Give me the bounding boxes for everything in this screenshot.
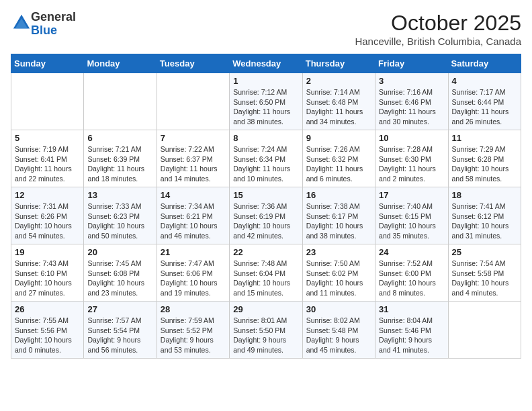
calendar-cell: 30Sunrise: 8:02 AM Sunset: 5:48 PM Dayli… xyxy=(302,302,375,359)
day-info: Sunrise: 7:38 AM Sunset: 6:17 PM Dayligh… xyxy=(306,201,371,241)
calendar-cell: 11Sunrise: 7:29 AM Sunset: 6:28 PM Dayli… xyxy=(448,130,521,187)
day-number: 3 xyxy=(379,76,444,86)
calendar-table: SundayMondayTuesdayWednesdayThursdayFrid… xyxy=(11,54,521,359)
day-info: Sunrise: 7:34 AM Sunset: 6:21 PM Dayligh… xyxy=(161,201,226,241)
day-number: 31 xyxy=(379,304,444,314)
day-number: 12 xyxy=(15,190,80,200)
day-info: Sunrise: 7:33 AM Sunset: 6:23 PM Dayligh… xyxy=(87,201,152,241)
day-info: Sunrise: 7:48 AM Sunset: 6:04 PM Dayligh… xyxy=(233,259,298,298)
calendar-cell: 23Sunrise: 7:50 AM Sunset: 6:02 PM Dayli… xyxy=(302,244,375,302)
calendar-cell xyxy=(84,73,157,130)
day-info: Sunrise: 7:57 AM Sunset: 5:54 PM Dayligh… xyxy=(87,316,152,355)
day-number: 14 xyxy=(161,190,226,200)
logo-icon xyxy=(12,13,31,32)
calendar-cell: 24Sunrise: 7:52 AM Sunset: 6:00 PM Dayli… xyxy=(375,244,448,302)
day-number: 24 xyxy=(379,247,444,257)
day-number: 1 xyxy=(233,76,298,86)
calendar-cell: 25Sunrise: 7:54 AM Sunset: 5:58 PM Dayli… xyxy=(448,244,521,302)
day-number: 27 xyxy=(87,304,152,314)
calendar-cell: 26Sunrise: 7:55 AM Sunset: 5:56 PM Dayli… xyxy=(11,302,84,359)
day-info: Sunrise: 7:47 AM Sunset: 6:06 PM Dayligh… xyxy=(161,259,226,298)
day-info: Sunrise: 7:41 AM Sunset: 6:12 PM Dayligh… xyxy=(452,201,517,241)
day-number: 8 xyxy=(233,133,298,143)
day-info: Sunrise: 7:24 AM Sunset: 6:34 PM Dayligh… xyxy=(233,144,298,184)
calendar-cell: 21Sunrise: 7:47 AM Sunset: 6:06 PM Dayli… xyxy=(157,244,229,302)
header: General Blue October 2025 Hanceville, Br… xyxy=(11,11,521,47)
day-number: 6 xyxy=(87,133,152,143)
day-info: Sunrise: 7:29 AM Sunset: 6:28 PM Dayligh… xyxy=(452,144,517,184)
day-number: 23 xyxy=(306,247,371,257)
calendar-header: SundayMondayTuesdayWednesdayThursdayFrid… xyxy=(11,54,521,73)
day-number: 29 xyxy=(233,304,298,314)
calendar-cell: 2Sunrise: 7:14 AM Sunset: 6:48 PM Daylig… xyxy=(302,73,375,130)
day-number: 7 xyxy=(161,133,226,143)
logo: General Blue xyxy=(11,11,76,38)
header-day-tuesday: Tuesday xyxy=(157,54,229,73)
calendar-cell: 27Sunrise: 7:57 AM Sunset: 5:54 PM Dayli… xyxy=(84,302,157,359)
calendar-cell: 28Sunrise: 7:59 AM Sunset: 5:52 PM Dayli… xyxy=(157,302,229,359)
calendar-cell: 3Sunrise: 7:16 AM Sunset: 6:46 PM Daylig… xyxy=(375,73,448,130)
day-number: 16 xyxy=(306,190,371,200)
calendar-cell: 9Sunrise: 7:26 AM Sunset: 6:32 PM Daylig… xyxy=(302,130,375,187)
calendar-cell: 8Sunrise: 7:24 AM Sunset: 6:34 PM Daylig… xyxy=(230,130,302,187)
calendar-week-0: 1Sunrise: 7:12 AM Sunset: 6:50 PM Daylig… xyxy=(11,73,521,130)
day-info: Sunrise: 7:36 AM Sunset: 6:19 PM Dayligh… xyxy=(233,201,298,241)
title-area: October 2025 Hanceville, British Columbi… xyxy=(355,11,521,47)
day-info: Sunrise: 7:22 AM Sunset: 6:37 PM Dayligh… xyxy=(161,144,226,184)
day-number: 17 xyxy=(379,190,444,200)
day-number: 22 xyxy=(233,247,298,257)
calendar-cell: 19Sunrise: 7:43 AM Sunset: 6:10 PM Dayli… xyxy=(11,244,84,302)
day-number: 2 xyxy=(306,76,371,86)
calendar-cell xyxy=(448,302,521,359)
header-day-friday: Friday xyxy=(375,54,448,73)
day-info: Sunrise: 7:59 AM Sunset: 5:52 PM Dayligh… xyxy=(161,316,226,355)
calendar-cell: 17Sunrise: 7:40 AM Sunset: 6:15 PM Dayli… xyxy=(375,187,448,244)
day-info: Sunrise: 7:52 AM Sunset: 6:00 PM Dayligh… xyxy=(379,259,444,298)
day-number: 26 xyxy=(15,304,80,314)
day-info: Sunrise: 7:43 AM Sunset: 6:10 PM Dayligh… xyxy=(15,259,80,298)
day-number: 10 xyxy=(379,133,444,143)
logo-blue-text: Blue xyxy=(31,24,57,37)
calendar-cell: 4Sunrise: 7:17 AM Sunset: 6:44 PM Daylig… xyxy=(448,73,521,130)
day-number: 9 xyxy=(306,133,371,143)
day-number: 4 xyxy=(452,76,517,86)
header-day-monday: Monday xyxy=(84,54,157,73)
header-day-sunday: Sunday xyxy=(11,54,84,73)
day-info: Sunrise: 7:14 AM Sunset: 6:48 PM Dayligh… xyxy=(306,87,371,127)
day-info: Sunrise: 7:54 AM Sunset: 5:58 PM Dayligh… xyxy=(452,259,517,298)
day-info: Sunrise: 7:45 AM Sunset: 6:08 PM Dayligh… xyxy=(87,259,152,298)
header-day-wednesday: Wednesday xyxy=(230,54,302,73)
calendar-week-3: 19Sunrise: 7:43 AM Sunset: 6:10 PM Dayli… xyxy=(11,244,521,302)
calendar-week-2: 12Sunrise: 7:31 AM Sunset: 6:26 PM Dayli… xyxy=(11,187,521,244)
day-info: Sunrise: 8:04 AM Sunset: 5:46 PM Dayligh… xyxy=(379,316,444,355)
logo-general-text: General xyxy=(31,10,76,24)
calendar-cell xyxy=(11,73,84,130)
day-info: Sunrise: 7:28 AM Sunset: 6:30 PM Dayligh… xyxy=(379,144,444,184)
day-info: Sunrise: 7:26 AM Sunset: 6:32 PM Dayligh… xyxy=(306,144,371,184)
header-row: SundayMondayTuesdayWednesdayThursdayFrid… xyxy=(11,54,521,73)
day-number: 13 xyxy=(87,190,152,200)
location-title: Hanceville, British Columbia, Canada xyxy=(355,36,521,47)
day-info: Sunrise: 7:40 AM Sunset: 6:15 PM Dayligh… xyxy=(379,201,444,241)
calendar-cell: 1Sunrise: 7:12 AM Sunset: 6:50 PM Daylig… xyxy=(230,73,302,130)
day-number: 11 xyxy=(452,133,517,143)
day-number: 15 xyxy=(233,190,298,200)
day-number: 28 xyxy=(161,304,226,314)
calendar-cell: 18Sunrise: 7:41 AM Sunset: 6:12 PM Dayli… xyxy=(448,187,521,244)
calendar-cell xyxy=(157,73,229,130)
day-info: Sunrise: 7:50 AM Sunset: 6:02 PM Dayligh… xyxy=(306,259,371,298)
day-info: Sunrise: 7:31 AM Sunset: 6:26 PM Dayligh… xyxy=(15,201,80,241)
calendar-cell: 15Sunrise: 7:36 AM Sunset: 6:19 PM Dayli… xyxy=(230,187,302,244)
calendar-week-1: 5Sunrise: 7:19 AM Sunset: 6:41 PM Daylig… xyxy=(11,130,521,187)
day-info: Sunrise: 7:12 AM Sunset: 6:50 PM Dayligh… xyxy=(233,87,298,127)
day-number: 19 xyxy=(15,247,80,257)
calendar-week-4: 26Sunrise: 7:55 AM Sunset: 5:56 PM Dayli… xyxy=(11,302,521,359)
day-info: Sunrise: 7:19 AM Sunset: 6:41 PM Dayligh… xyxy=(15,144,80,184)
calendar-cell: 6Sunrise: 7:21 AM Sunset: 6:39 PM Daylig… xyxy=(84,130,157,187)
calendar-body: 1Sunrise: 7:12 AM Sunset: 6:50 PM Daylig… xyxy=(11,73,521,359)
month-title: October 2025 xyxy=(355,11,521,36)
calendar-cell: 14Sunrise: 7:34 AM Sunset: 6:21 PM Dayli… xyxy=(157,187,229,244)
day-info: Sunrise: 7:55 AM Sunset: 5:56 PM Dayligh… xyxy=(15,316,80,355)
day-number: 30 xyxy=(306,304,371,314)
calendar-cell: 5Sunrise: 7:19 AM Sunset: 6:41 PM Daylig… xyxy=(11,130,84,187)
